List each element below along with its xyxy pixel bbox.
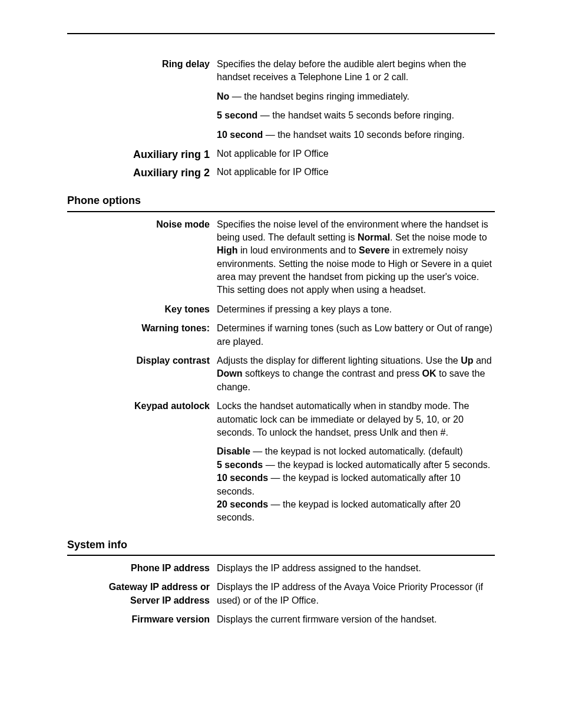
row-keypad-autolock: Keypad autolock Locks the handset automa… bbox=[67, 400, 495, 525]
ka-opt-20: 20 seconds — the keypad is locked automa… bbox=[217, 498, 495, 525]
label-phone-ip: Phone IP address bbox=[67, 562, 217, 575]
body-noise-mode: Specifies the noise level of the environ… bbox=[217, 218, 495, 297]
body-keypad-autolock: Locks the handset automatically when in … bbox=[217, 400, 495, 525]
label-ring-delay: Ring delay bbox=[67, 58, 217, 71]
ring-delay-opt-5: 5 second — the handset waits 5 seconds b… bbox=[217, 109, 495, 122]
body-gateway-ip: Displays the IP address of the Avaya Voi… bbox=[217, 581, 495, 607]
body-aux1: Not applicable for IP Office bbox=[217, 147, 495, 160]
nm-severe: Severe bbox=[359, 245, 390, 255]
body-ring-delay: Specifies the delay before the audible a… bbox=[217, 58, 495, 147]
rule-system-info bbox=[67, 555, 495, 556]
opt-no-suffix: — the handset begins ringing immediately… bbox=[229, 91, 409, 101]
label-key-tones: Key tones bbox=[67, 303, 217, 316]
ring-delay-opt-10: 10 second — the handset waits 10 seconds… bbox=[217, 129, 495, 141]
label-aux2: Auxiliary ring 2 bbox=[67, 166, 217, 180]
body-display-contrast: Adjusts the display for different lighti… bbox=[217, 354, 495, 394]
rule-phone-options bbox=[67, 211, 495, 212]
body-firmware: Displays the current firmware version of… bbox=[217, 613, 495, 626]
label-noise-mode: Noise mode bbox=[67, 218, 217, 231]
ka-disable-suffix: — the keypad is not locked automatically… bbox=[250, 446, 463, 456]
ka-para: Locks the handset automatically when in … bbox=[217, 400, 495, 439]
ka-disable: Disable bbox=[217, 446, 250, 456]
ring-delay-para: Specifies the delay before the audible a… bbox=[217, 58, 495, 84]
opt-10s-suffix: — the handset waits 10 seconds before ri… bbox=[263, 130, 464, 140]
label-gateway-ip-l2: Server IP address bbox=[67, 594, 210, 607]
nm-normal: Normal bbox=[358, 232, 390, 242]
body-aux2: Not applicable for IP Office bbox=[217, 166, 495, 179]
opt-10s: 10 second bbox=[217, 130, 263, 140]
row-aux1: Auxiliary ring 1 Not applicable for IP O… bbox=[67, 147, 495, 162]
ka-5s: 5 seconds bbox=[217, 460, 263, 470]
label-firmware: Firmware version bbox=[67, 613, 217, 626]
row-noise-mode: Noise mode Specifies the noise level of … bbox=[67, 218, 495, 297]
label-display-contrast: Display contrast bbox=[67, 354, 217, 367]
dc-ok: OK bbox=[422, 368, 437, 378]
opt-5s-suffix: — the handset waits 5 seconds before rin… bbox=[257, 110, 454, 120]
dc-down: Down bbox=[217, 368, 243, 378]
nm-mid2: in loud environments and to bbox=[238, 245, 359, 255]
label-keypad-autolock: Keypad autolock bbox=[67, 400, 217, 413]
dc-and: and bbox=[473, 355, 491, 365]
label-aux1: Auxiliary ring 1 bbox=[67, 147, 217, 162]
ring-delay-opt-no: No — the handset begins ringing immediat… bbox=[217, 90, 495, 103]
nm-mid1: . Set the noise mode to bbox=[390, 232, 487, 242]
document-page: Ring delay Specifies the delay before th… bbox=[0, 0, 562, 728]
ka-20s: 20 seconds bbox=[217, 499, 268, 509]
label-gateway-ip: Gateway IP address or Server IP address bbox=[67, 581, 217, 607]
ka-opt-5: 5 seconds — the keypad is locked automat… bbox=[217, 459, 495, 472]
ka-5s-suffix: — the keypad is locked automatically aft… bbox=[263, 460, 490, 470]
ka-10s: 10 seconds bbox=[217, 473, 268, 483]
opt-5s: 5 second bbox=[217, 110, 257, 120]
row-gateway-ip: Gateway IP address or Server IP address … bbox=[67, 581, 495, 607]
body-key-tones: Determines if pressing a key plays a ton… bbox=[217, 303, 495, 316]
body-phone-ip: Displays the IP address assigned to the … bbox=[217, 562, 495, 575]
dc-up: Up bbox=[461, 355, 473, 365]
nm-high: High bbox=[217, 245, 238, 255]
label-warning-tones: Warning tones: bbox=[67, 322, 217, 335]
heading-phone-options: Phone options bbox=[67, 193, 495, 208]
opt-no: No bbox=[217, 91, 229, 101]
row-aux2: Auxiliary ring 2 Not applicable for IP O… bbox=[67, 166, 495, 180]
row-firmware: Firmware version Displays the current fi… bbox=[67, 613, 495, 626]
ka-opt-10: 10 seconds — the keypad is locked automa… bbox=[217, 472, 495, 498]
row-warning-tones: Warning tones: Determines if warning ton… bbox=[67, 322, 495, 348]
dc-pre: Adjusts the display for different lighti… bbox=[217, 355, 461, 365]
header-rule bbox=[67, 33, 495, 34]
row-ring-delay: Ring delay Specifies the delay before th… bbox=[67, 58, 495, 147]
heading-system-info: System info bbox=[67, 538, 495, 552]
dc-mid: softkeys to change the contrast and pres… bbox=[243, 368, 422, 378]
row-display-contrast: Display contrast Adjusts the display for… bbox=[67, 354, 495, 394]
ka-opt-disable: Disable — the keypad is not locked autom… bbox=[217, 445, 495, 458]
row-phone-ip: Phone IP address Displays the IP address… bbox=[67, 562, 495, 575]
row-key-tones: Key tones Determines if pressing a key p… bbox=[67, 303, 495, 316]
body-warning-tones: Determines if warning tones (such as Low… bbox=[217, 322, 495, 348]
label-gateway-ip-l1: Gateway IP address or bbox=[67, 581, 210, 594]
